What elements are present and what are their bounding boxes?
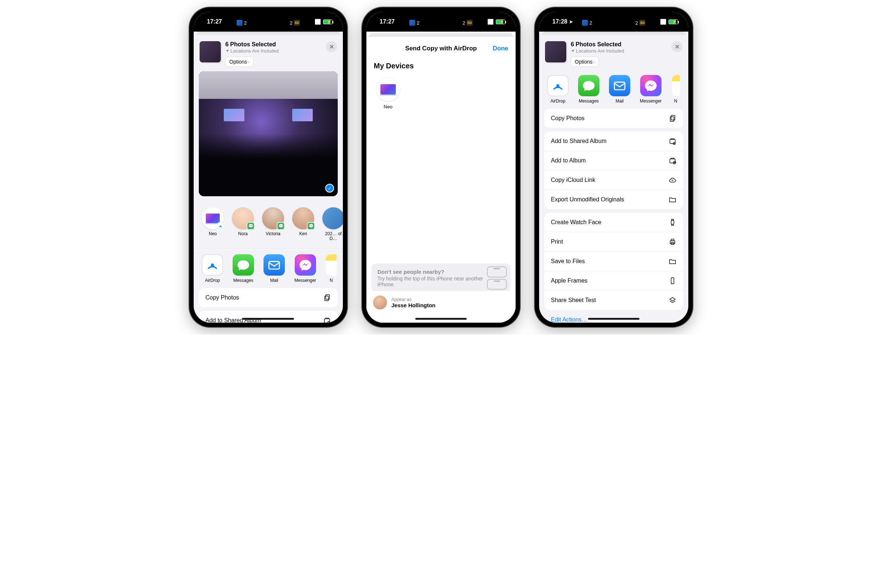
copy-icon xyxy=(669,114,676,122)
app-messenger[interactable]: Messenger xyxy=(640,75,662,104)
home-indicator[interactable] xyxy=(415,318,467,320)
messages-badge-icon: 💬 xyxy=(307,222,315,230)
svg-rect-2 xyxy=(269,261,280,269)
svg-rect-19 xyxy=(671,278,674,284)
app-mail[interactable]: Mail xyxy=(609,75,630,104)
messages-badge-icon: 💬 xyxy=(277,222,285,230)
share-subtitle: Locations Are Included xyxy=(225,48,322,54)
close-icon[interactable]: ✕ xyxy=(326,41,337,52)
wifi-icon xyxy=(487,19,494,25)
battery-icon: ⚡ xyxy=(496,20,506,24)
phone-left: 17:27 ⚡ 2 2SD 6 Photos Selected Location… xyxy=(189,8,347,327)
app-row[interactable]: AirDrop Messages Mail Messenger N xyxy=(194,248,343,288)
app-messenger[interactable]: Messenger xyxy=(294,254,316,283)
album-icon xyxy=(669,156,676,165)
phone-right: 17:28➤ ⚡ 2 2SD 6 Photos Selected Locatio… xyxy=(535,8,693,327)
app-messages[interactable]: Messages xyxy=(232,254,254,283)
action-save-to-files[interactable]: Save to Files xyxy=(544,252,683,271)
share-title: 6 Photos Selected xyxy=(225,41,322,48)
svg-rect-15 xyxy=(671,220,674,225)
messages-badge-icon: 💬 xyxy=(247,222,255,230)
person-ken[interactable]: 💬 Ken xyxy=(292,207,314,241)
watch-icon xyxy=(669,218,676,226)
action-create-watch-face[interactable]: Create Watch Face xyxy=(544,213,683,232)
svg-rect-5 xyxy=(324,319,330,322)
shared-album-icon xyxy=(323,316,331,322)
app-messages[interactable]: Messages xyxy=(578,75,599,104)
screen: 17:27 ⚡ 2 2SD 6 Photos Selected Location… xyxy=(194,12,343,322)
folder-icon xyxy=(669,195,676,204)
person-victoria[interactable]: 💬 Victoria xyxy=(262,207,284,241)
share-header: 6 Photos Selected Locations Are Included… xyxy=(539,36,688,71)
svg-rect-16 xyxy=(670,241,675,243)
action-copy-icloud-link[interactable]: Copy iCloud Link xyxy=(544,171,683,190)
app-airdrop[interactable]: AirDrop xyxy=(202,254,223,283)
airdrop-badge-icon xyxy=(216,222,225,230)
action-copy-photos[interactable]: Copy Photos xyxy=(544,109,683,128)
app-notes[interactable]: N xyxy=(326,254,337,283)
close-icon[interactable]: ✕ xyxy=(671,41,682,52)
shared-album-icon xyxy=(669,137,676,145)
svg-rect-9 xyxy=(671,116,675,120)
svg-rect-8 xyxy=(615,82,625,90)
selected-check-icon: ✓ xyxy=(325,184,334,193)
photo-preview[interactable]: ✓ xyxy=(199,71,338,196)
done-button[interactable]: Done xyxy=(493,45,508,52)
app-mail[interactable]: Mail xyxy=(264,254,285,283)
person-nora[interactable]: 💬 Nora xyxy=(232,207,254,241)
status-time: 17:27 xyxy=(207,18,222,25)
phones-illustration-icon xyxy=(487,266,507,290)
action-share-sheet-test[interactable]: Share Sheet Test xyxy=(544,291,683,310)
airdrop-header: Send Copy with AirDrop Done xyxy=(366,37,516,58)
action-copy-photos[interactable]: Copy Photos xyxy=(199,288,338,307)
options-button[interactable]: Options› xyxy=(571,57,599,67)
battery-icon: ⚡ xyxy=(669,20,678,24)
wifi-icon xyxy=(315,19,321,25)
dynamic-island[interactable]: 2 2SD xyxy=(579,16,648,29)
person-more[interactable]: 202… of D… xyxy=(322,207,343,241)
action-add-shared-album[interactable]: Add to Shared Album xyxy=(199,311,338,322)
copy-icon xyxy=(323,294,331,302)
svg-rect-11 xyxy=(670,139,675,143)
svg-rect-17 xyxy=(671,239,674,241)
svg-rect-10 xyxy=(670,117,674,121)
wifi-icon xyxy=(660,19,666,25)
nearby-hint: Don't see people nearby? Try holding the… xyxy=(372,264,510,292)
icloud-icon xyxy=(669,176,676,184)
my-devices-section: My Devices xyxy=(373,58,509,74)
action-export-originals[interactable]: Export Unmodified Originals xyxy=(544,190,683,209)
home-indicator[interactable] xyxy=(588,318,639,320)
people-row[interactable]: Neo 💬 Nora 💬 Victoria 💬 Ken 202… of D… xyxy=(194,202,343,248)
battery-icon: ⚡ xyxy=(323,20,333,24)
action-print[interactable]: Print xyxy=(544,232,683,252)
dynamic-island[interactable]: 2 2SD xyxy=(406,16,476,29)
device-neo[interactable]: Neo xyxy=(375,78,401,110)
airdrop-title: Send Copy with AirDrop xyxy=(405,45,477,52)
appear-as-row[interactable]: Appear asJesse Hollington xyxy=(366,291,516,314)
action-apple-frames[interactable]: Apple Frames xyxy=(544,271,683,291)
folder-icon xyxy=(669,257,676,266)
svg-rect-4 xyxy=(325,296,328,301)
layers-icon xyxy=(669,296,676,304)
location-icon: ➤ xyxy=(569,19,573,25)
phone-icon xyxy=(669,277,676,285)
dynamic-island[interactable]: 2 2SD xyxy=(234,16,303,29)
action-add-shared-album[interactable]: Add to Shared Album xyxy=(544,132,683,151)
home-indicator[interactable] xyxy=(243,318,294,320)
svg-rect-3 xyxy=(326,294,329,299)
options-button[interactable]: Options› xyxy=(225,57,254,67)
share-header: 6 Photos Selected Locations Are Included… xyxy=(194,36,343,71)
action-add-album[interactable]: Add to Album xyxy=(544,151,683,171)
avatar xyxy=(373,296,387,309)
app-notes[interactable]: N xyxy=(671,75,680,104)
person-neo[interactable]: Neo xyxy=(202,207,224,241)
phone-center: 17:27 ⚡ 2 2SD Send Copy with AirDrop Don… xyxy=(362,8,520,327)
selection-thumbnail[interactable] xyxy=(200,41,221,63)
selection-thumbnail[interactable] xyxy=(545,41,566,63)
app-airdrop[interactable]: AirDrop xyxy=(547,75,568,104)
app-row[interactable]: AirDrop Messages Mail Messenger N xyxy=(539,71,688,109)
print-icon xyxy=(669,238,676,246)
